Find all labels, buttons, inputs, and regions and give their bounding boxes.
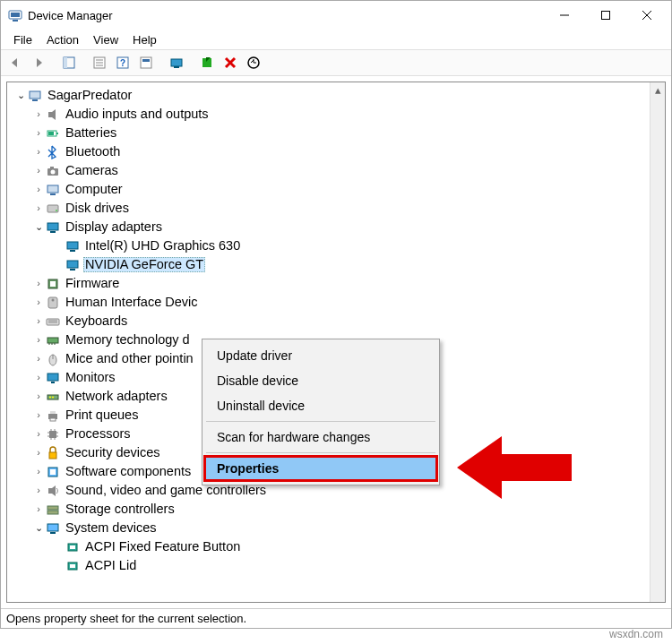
chevron-right-icon[interactable]: ›: [32, 109, 45, 119]
tree-category-label: Software components: [64, 465, 193, 478]
disk-icon: [45, 202, 61, 216]
show-hide-console-button[interactable]: [58, 52, 80, 73]
scroll-up-icon[interactable]: ▴: [650, 82, 665, 98]
tree-device[interactable]: NVIDIA GeForce GT: [11, 255, 665, 274]
menu-action[interactable]: Action: [39, 31, 86, 48]
tree-device[interactable]: Intel(R) UHD Graphics 630: [11, 236, 665, 255]
chevron-right-icon[interactable]: ›: [32, 354, 45, 364]
software-icon: [45, 465, 61, 479]
printer-icon: [45, 408, 61, 423]
tree-root[interactable]: ⌄ SagarPredator: [11, 86, 665, 105]
ctx-scan-hardware[interactable]: Scan for hardware changes: [204, 425, 437, 450]
maximize-button[interactable]: [585, 2, 626, 29]
tree-category[interactable]: ›Bluetooth: [11, 142, 665, 161]
ctx-update-driver[interactable]: Update driver: [204, 343, 437, 368]
svg-text:?: ?: [120, 58, 125, 68]
chevron-right-icon[interactable]: ›: [32, 373, 45, 382]
chevron-right-icon[interactable]: ›: [32, 185, 45, 194]
menubar: File Action View Help: [1, 30, 671, 49]
menu-file[interactable]: File: [6, 31, 39, 48]
storage-icon: [45, 502, 61, 517]
svg-rect-33: [50, 193, 56, 195]
tree-category[interactable]: ›Human Interface Devic: [11, 293, 665, 312]
menu-help[interactable]: Help: [125, 31, 164, 48]
svg-rect-41: [70, 269, 75, 270]
enable-device-button[interactable]: [196, 52, 218, 73]
chevron-right-icon[interactable]: ›: [32, 203, 45, 213]
chevron-down-icon[interactable]: ⌄: [32, 523, 45, 533]
tree-category[interactable]: ›Disk drives: [11, 199, 665, 218]
svg-rect-75: [48, 488, 52, 494]
chevron-right-icon[interactable]: ›: [32, 410, 45, 420]
svg-rect-79: [50, 532, 56, 534]
vertical-scrollbar[interactable]: ▴: [650, 82, 665, 602]
svg-rect-2: [13, 20, 18, 21]
chevron-right-icon[interactable]: ›: [32, 279, 45, 288]
tree-category[interactable]: ⌄Display adapters: [11, 218, 665, 236]
chevron-down-icon[interactable]: ⌄: [32, 222, 45, 232]
monitor-icon: [45, 371, 61, 385]
properties-button[interactable]: [89, 52, 110, 73]
chevron-right-icon[interactable]: ›: [32, 485, 45, 495]
chevron-right-icon[interactable]: ›: [32, 166, 45, 176]
tree-root-label: SagarPredator: [46, 89, 134, 102]
processor-icon: [45, 427, 61, 442]
chevron-right-icon[interactable]: ›: [32, 467, 45, 477]
tree-category-label: Bluetooth: [64, 145, 122, 159]
back-button[interactable]: [4, 52, 26, 73]
tree-spacer: [52, 260, 65, 270]
scan-hardware-button[interactable]: [243, 52, 264, 73]
svg-rect-32: [47, 185, 58, 193]
chevron-right-icon[interactable]: ›: [32, 147, 45, 157]
help-button[interactable]: ?: [112, 52, 134, 73]
menu-view[interactable]: View: [86, 31, 125, 48]
chevron-right-icon[interactable]: ›: [32, 448, 45, 458]
hid-icon: [45, 296, 61, 310]
tree-category[interactable]: ⌄System devices: [11, 519, 665, 537]
tree-category-label: Security devices: [64, 446, 162, 459]
tree-device[interactable]: ACPI Fixed Feature Button: [11, 537, 665, 556]
tree-category[interactable]: ›Keyboards: [11, 312, 665, 331]
minimize-button[interactable]: [544, 2, 585, 29]
chevron-right-icon[interactable]: ›: [32, 335, 45, 345]
computer-icon: [27, 89, 43, 103]
svg-rect-72: [49, 452, 56, 459]
tree-category[interactable]: ›Audio inputs and outputs: [11, 105, 665, 124]
svg-rect-62: [50, 418, 56, 421]
chevron-right-icon[interactable]: ›: [32, 429, 45, 439]
svg-rect-4: [602, 12, 610, 20]
computer-icon: [45, 183, 61, 197]
tree-device[interactable]: ACPI Lid: [11, 556, 665, 575]
tree-category[interactable]: ›Firmware: [11, 274, 665, 293]
tree-spacer: [52, 241, 65, 251]
tree-category[interactable]: ›Computer: [11, 180, 665, 199]
tree-category-label: Network adapters: [64, 390, 169, 403]
svg-rect-1: [11, 13, 20, 17]
forward-button[interactable]: [28, 52, 49, 73]
chevron-right-icon[interactable]: ›: [32, 316, 45, 326]
security-icon: [45, 446, 61, 460]
tree-category[interactable]: ›Batteries: [11, 124, 665, 142]
update-driver-button[interactable]: [166, 52, 187, 73]
ctx-disable-device[interactable]: Disable device: [204, 368, 437, 393]
uninstall-device-button[interactable]: [220, 52, 241, 73]
device-tree[interactable]: ⌄ SagarPredator ›Audio inputs and output…: [7, 82, 665, 579]
speaker-icon: [45, 107, 61, 122]
chevron-right-icon[interactable]: ›: [32, 391, 45, 401]
ctx-uninstall-device[interactable]: Uninstall device: [204, 393, 437, 418]
action-button[interactable]: [135, 52, 157, 73]
close-button[interactable]: [626, 2, 668, 29]
tree-category[interactable]: ›Cameras: [11, 161, 665, 180]
svg-rect-18: [174, 66, 179, 68]
chevron-right-icon[interactable]: ›: [32, 504, 45, 514]
mouse-icon: [45, 352, 61, 366]
tree-category-label: Display adapters: [64, 220, 164, 234]
chevron-down-icon[interactable]: ⌄: [14, 90, 27, 100]
chevron-right-icon[interactable]: ›: [32, 297, 45, 307]
svg-rect-76: [47, 506, 58, 510]
ctx-properties[interactable]: Properties: [203, 455, 438, 482]
tree-device-label: Intel(R) UHD Graphics 630: [83, 239, 242, 253]
svg-rect-23: [30, 91, 40, 99]
svg-rect-49: [47, 338, 58, 343]
chevron-right-icon[interactable]: ›: [32, 128, 45, 138]
